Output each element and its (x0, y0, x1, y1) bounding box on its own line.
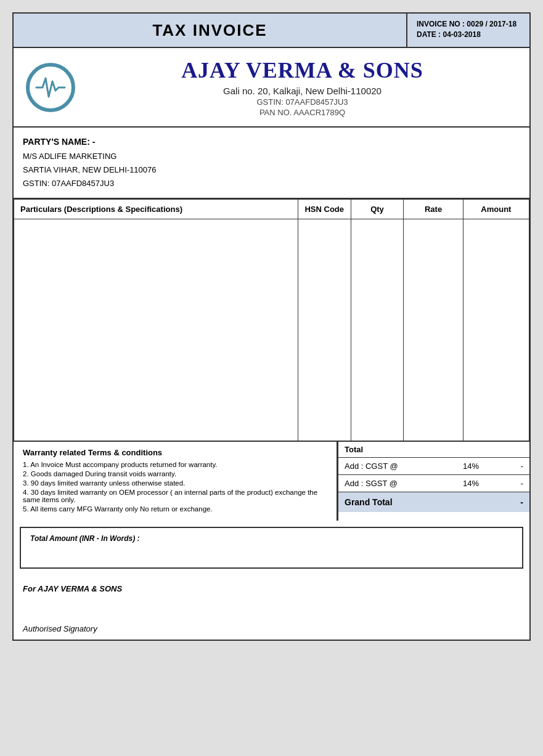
item-hsn (298, 219, 351, 441)
company-section: AJAY VERMA & SONS Gali no. 20, Kalkaji, … (14, 48, 529, 128)
tax-invoice-title: TAX INVOICE (152, 21, 267, 40)
company-logo-icon (35, 72, 66, 103)
col-header-particulars: Particulars (Descriptions & Specificatio… (14, 200, 298, 219)
col-header-rate: Rate (404, 200, 463, 219)
invoice-container: TAX INVOICE INVOICE NO : 0029 / 2017-18 … (12, 12, 531, 641)
party-name-label: PARTY'S NAME: - (23, 135, 520, 150)
party-address: SARTIA VIHAR, NEW DELHI-110076 (23, 163, 520, 177)
total-value (486, 445, 523, 454)
header-title-block: TAX INVOICE (14, 14, 406, 47)
item-amount (463, 219, 529, 441)
sgst-value: - (486, 479, 523, 488)
col-header-amount: Amount (463, 200, 529, 219)
warranty-li-4: 4. 30 days limited warranty on OEM proce… (23, 489, 327, 503)
party-gstin: GSTIN: 07AAFD8457JU3 (23, 177, 520, 190)
grand-total-value: - (486, 497, 523, 507)
party-gstin-label: GSTIN: (23, 179, 49, 188)
company-pan: PAN NO. AAACR1789Q (88, 108, 517, 117)
amount-words-value (30, 546, 513, 561)
invoice-date-value: 04-03-2018 (443, 30, 480, 39)
amount-words-section: Total Amount (INR - In Words) : (20, 527, 523, 569)
col-header-qty: Qty (351, 200, 404, 219)
invoice-no-label: INVOICE NO : (417, 20, 465, 28)
items-table: Particulars (Descriptions & Specificatio… (14, 199, 529, 441)
invoice-no-value: 0029 / 2017-18 (467, 20, 516, 28)
warranty-li-5: 5. All items carry MFG Warranty only No … (23, 505, 327, 513)
header-row: TAX INVOICE INVOICE NO : 0029 / 2017-18 … (14, 14, 529, 48)
company-gstin: GSTIN: 07AAFD8457JU3 (88, 97, 517, 107)
for-company-label: For AJAY VERMA & SONS (23, 584, 520, 593)
sgst-label: Add : SGST @ (345, 479, 455, 488)
invoice-number-line: INVOICE NO : 0029 / 2017-18 (417, 20, 520, 28)
warranty-li-1: 1. An Invoice Must accompany products re… (23, 461, 327, 468)
item-rate (404, 219, 463, 441)
table-row (14, 219, 529, 441)
invoice-date-label: DATE : (417, 30, 441, 39)
cgst-percent: 14% (455, 461, 486, 471)
pan-value: AAACR1789Q (293, 108, 345, 117)
item-qty (351, 219, 404, 441)
signature-section: For AJAY VERMA & SONS Authorised Signato… (14, 575, 529, 640)
grand-total-row: Grand Total - (338, 492, 529, 512)
pan-label: PAN NO. (259, 108, 292, 117)
sgst-percent: 14% (455, 479, 486, 488)
amount-words-label: Total Amount (INR - In Words) : (30, 534, 513, 543)
sgst-row: Add : SGST @ 14% - (338, 475, 529, 492)
warranty-li-2: 2. Goods damaged During transit voids wa… (23, 470, 327, 478)
warranty-list-inner: 1. An Invoice Must accompany products re… (23, 461, 327, 513)
warranty-inner: Warranty related Terms & conditions 1. A… (14, 442, 338, 521)
warranty-li-3: 3. 90 days limited warranty unless other… (23, 479, 327, 487)
company-logo (26, 63, 75, 112)
authorised-signatory-label: Authorised Signatory (23, 624, 520, 633)
header-invoice-info: INVOICE NO : 0029 / 2017-18 DATE : 04-03… (406, 14, 529, 47)
company-name: AJAY VERMA & SONS (88, 57, 517, 83)
grand-total-label: Grand Total (345, 497, 486, 507)
cgst-value: - (486, 461, 523, 471)
party-name: M/S ADLIFE MARKETING (23, 150, 520, 163)
gstin-label: GSTIN: (256, 97, 283, 107)
gstin-value: 07AAFD8457JU3 (285, 97, 348, 107)
warranty-area: Warranty related Terms & conditions 1. A… (14, 442, 338, 521)
company-address: Gali no. 20, Kalkaji, New Delhi-110020 (88, 86, 517, 96)
table-header-row: Particulars (Descriptions & Specificatio… (14, 200, 529, 219)
warranty-title-text: Warranty related Terms & conditions (23, 448, 327, 457)
party-section: PARTY'S NAME: - M/S ADLIFE MARKETING SAR… (14, 128, 529, 199)
tax-summary-area: Total Add : CGST @ 14% - Add : SGST @ 14… (338, 442, 529, 521)
total-summary-row: Total (338, 442, 529, 458)
col-header-hsn: HSN Code (298, 200, 351, 219)
total-label: Total (345, 445, 486, 454)
item-particulars (14, 219, 298, 441)
cgst-row: Add : CGST @ 14% - (338, 458, 529, 475)
invoice-bottom: Warranty related Terms & conditions 1. A… (14, 441, 529, 521)
cgst-label: Add : CGST @ (345, 461, 455, 471)
company-details: AJAY VERMA & SONS Gali no. 20, Kalkaji, … (88, 57, 517, 117)
party-gstin-value: 07AAFD8457JU3 (52, 179, 114, 188)
invoice-date-line: DATE : 04-03-2018 (417, 30, 520, 39)
